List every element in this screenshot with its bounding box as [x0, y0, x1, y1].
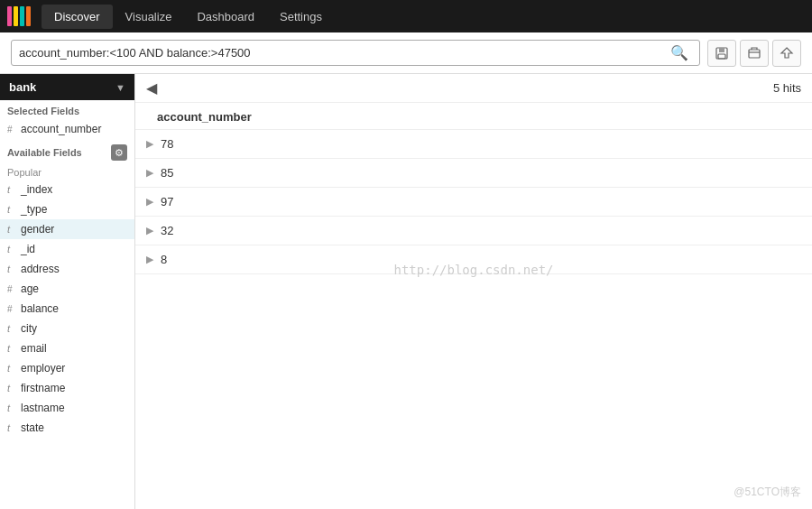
- field-label: gender: [21, 223, 54, 236]
- field-type-t-icon: t: [7, 343, 16, 354]
- top-nav: Discover Visualize Dashboard Settings: [0, 0, 812, 32]
- selected-field-account-number[interactable]: # account_number: [0, 119, 134, 139]
- field-type[interactable]: t _type: [0, 199, 134, 219]
- popular-label: Popular: [0, 163, 134, 180]
- share-icon: [780, 46, 794, 60]
- logo-bar-3: [20, 6, 24, 26]
- field-label: _index: [21, 183, 52, 196]
- field-type-t-icon: t: [7, 323, 16, 334]
- field-label: city: [21, 322, 37, 335]
- field-type-t-icon: t: [7, 184, 16, 195]
- field-label: firstname: [21, 382, 65, 394]
- field-label: _id: [21, 243, 35, 255]
- selected-field-label: account_number: [21, 123, 101, 135]
- nav-discover[interactable]: Discover: [42, 5, 113, 29]
- field-gender[interactable]: t gender: [0, 219, 134, 239]
- save-button[interactable]: [707, 40, 736, 67]
- result-value: 32: [161, 224, 173, 237]
- field-address[interactable]: t address: [0, 259, 134, 279]
- field-label: email: [21, 342, 47, 355]
- field-type-t-icon: t: [7, 383, 16, 393]
- expand-arrow-icon[interactable]: ▶: [146, 138, 153, 150]
- svg-rect-3: [749, 50, 760, 58]
- nav-visualize[interactable]: Visualize: [113, 5, 185, 29]
- table-row[interactable]: ▶ 85: [135, 159, 812, 188]
- index-name: bank: [9, 80, 36, 94]
- field-type-t-icon: t: [7, 244, 16, 255]
- field-type-hash-icon: #: [7, 304, 16, 314]
- table-row[interactable]: ▶ 8: [135, 245, 812, 274]
- field-lastname[interactable]: t lastname: [0, 398, 134, 418]
- field-email[interactable]: t email: [0, 338, 134, 358]
- logo-bar-2: [14, 6, 18, 26]
- available-fields-label: Available Fields: [7, 147, 82, 158]
- sidebar: bank ▼ Selected Fields # account_number …: [0, 74, 135, 509]
- content-area: ◀ 5 hits account_number ▶ 78 ▶ 85 ▶ 97 ▶…: [135, 74, 812, 509]
- watermark2: @51CTO博客: [734, 485, 801, 500]
- field-label: age: [21, 282, 39, 295]
- toolbar-buttons: [707, 40, 801, 67]
- field-type-t-icon: t: [7, 422, 16, 433]
- field-type-t-icon: t: [7, 363, 16, 374]
- available-fields-header: Available Fields ⚙: [0, 139, 134, 163]
- expand-arrow-icon[interactable]: ▶: [146, 167, 153, 179]
- table-row[interactable]: ▶ 97: [135, 188, 812, 217]
- field-label: lastname: [21, 402, 65, 414]
- save-icon: [715, 46, 729, 60]
- field-type-hash-icon: #: [7, 284, 16, 294]
- svg-rect-1: [719, 48, 724, 52]
- field-label: employer: [21, 362, 65, 375]
- search-bar: 🔍: [0, 32, 812, 74]
- hits-count: 5 hits: [773, 81, 801, 95]
- results-column-header: account_number: [135, 103, 812, 130]
- nav-settings[interactable]: Settings: [267, 5, 335, 29]
- svg-rect-2: [718, 54, 725, 59]
- field-firstname[interactable]: t firstname: [0, 378, 134, 398]
- load-button[interactable]: [740, 40, 769, 67]
- field-age[interactable]: # age: [0, 279, 134, 299]
- main-layout: bank ▼ Selected Fields # account_number …: [0, 74, 812, 509]
- field-type-hash-icon: #: [7, 125, 16, 134]
- field-type-t-icon: t: [7, 403, 16, 413]
- share-button[interactable]: [772, 40, 801, 67]
- result-value: 78: [161, 137, 173, 151]
- logo-bar-1: [7, 6, 12, 26]
- search-input-wrap: 🔍: [11, 40, 700, 66]
- nav-dashboard[interactable]: Dashboard: [184, 5, 267, 29]
- field-label: _type: [21, 203, 47, 216]
- gear-button[interactable]: ⚙: [111, 144, 127, 161]
- result-value: 85: [161, 166, 173, 180]
- field-id[interactable]: t _id: [0, 239, 134, 259]
- field-label: state: [21, 421, 44, 434]
- field-index[interactable]: t _index: [0, 180, 134, 199]
- field-label: address: [21, 263, 60, 275]
- content-topbar: ◀ 5 hits: [135, 74, 812, 103]
- result-value: 8: [161, 253, 167, 266]
- selected-fields-label: Selected Fields: [0, 100, 134, 119]
- field-type-t-icon: t: [7, 224, 16, 235]
- expand-arrow-icon[interactable]: ▶: [146, 225, 153, 236]
- field-label: balance: [21, 302, 59, 315]
- logo-bar-4: [26, 6, 31, 26]
- field-balance[interactable]: # balance: [0, 299, 134, 319]
- search-input[interactable]: [19, 46, 667, 60]
- result-value: 97: [161, 195, 173, 208]
- expand-arrow-icon[interactable]: ▶: [146, 254, 153, 265]
- load-icon: [747, 46, 761, 60]
- field-employer[interactable]: t employer: [0, 358, 134, 378]
- index-selector[interactable]: bank ▼: [0, 74, 134, 100]
- field-type-t-icon: t: [7, 204, 16, 215]
- field-city[interactable]: t city: [0, 319, 134, 338]
- search-button[interactable]: 🔍: [667, 44, 692, 61]
- expand-arrow-icon[interactable]: ▶: [146, 196, 153, 208]
- table-row[interactable]: ▶ 78: [135, 130, 812, 159]
- table-row[interactable]: ▶ 32: [135, 217, 812, 245]
- field-state[interactable]: t state: [0, 418, 134, 438]
- logo: [7, 6, 31, 26]
- field-type-t-icon: t: [7, 264, 16, 274]
- collapse-sidebar-button[interactable]: ◀: [146, 79, 157, 97]
- index-dropdown-arrow: ▼: [115, 82, 125, 93]
